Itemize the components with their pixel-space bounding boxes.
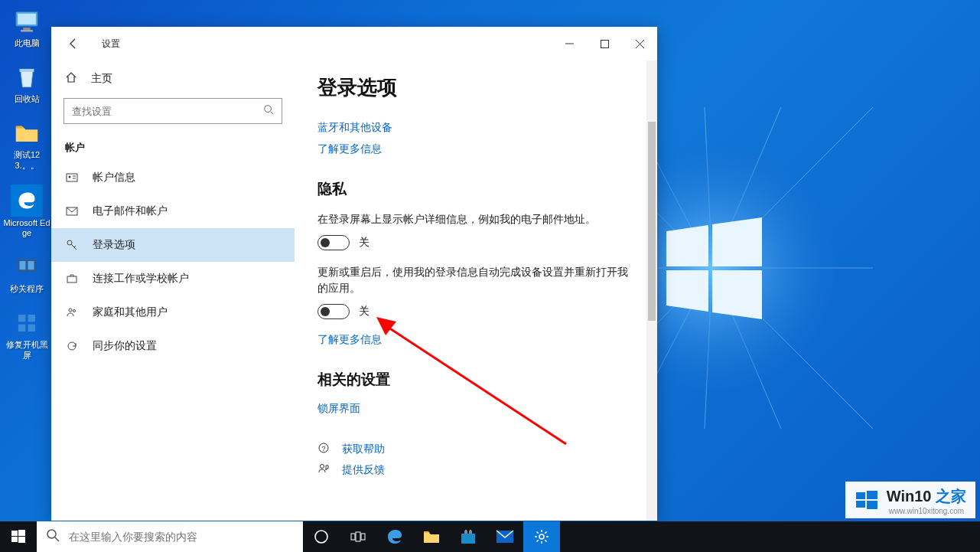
taskbar-search[interactable]	[37, 521, 303, 552]
nav-sync-settings[interactable]: 同步你的设置	[51, 329, 295, 363]
svg-text:?: ?	[321, 445, 325, 452]
edge-icon	[11, 185, 43, 217]
link-lockscreen[interactable]: 锁屏界面	[317, 402, 634, 416]
minimize-button[interactable]	[552, 31, 587, 56]
search-icon	[263, 104, 274, 118]
desktop-icon-repair[interactable]: 修复开机黑屏	[3, 308, 50, 360]
link-bluetooth[interactable]: 蓝牙和其他设备	[317, 121, 634, 135]
svg-point-61	[315, 531, 327, 543]
link-learn-more-1[interactable]: 了解更多信息	[317, 142, 634, 156]
cortana-button[interactable]	[303, 521, 340, 552]
toggle-use-signin-info[interactable]	[317, 304, 350, 319]
help-icon: ?	[317, 442, 331, 456]
svg-marker-14	[712, 217, 762, 266]
get-help-link[interactable]: ? 获取帮助	[317, 442, 634, 456]
svg-line-34	[271, 112, 274, 115]
nav-email-accounts[interactable]: 电子邮件和帐户	[51, 194, 295, 228]
feedback-icon	[317, 462, 331, 477]
svg-rect-62	[351, 534, 355, 540]
toggle-state-1: 关	[359, 236, 370, 250]
svg-rect-51	[856, 492, 865, 499]
home-link[interactable]: 主页	[51, 60, 295, 95]
privacy-desc-1: 在登录屏幕上显示帐户详细信息，例如我的电子邮件地址。	[317, 211, 634, 227]
privacy-heading: 隐私	[317, 179, 634, 199]
recycle-bin-icon	[11, 62, 42, 93]
svg-line-41	[71, 244, 77, 250]
desktop-icon-folder[interactable]: 测试123.。。	[3, 118, 50, 170]
svg-rect-27	[18, 325, 25, 332]
sidebar-section-label: 帐户	[51, 135, 295, 161]
search-icon	[46, 528, 60, 545]
taskbar-search-input[interactable]	[69, 531, 294, 543]
app-icon	[11, 308, 42, 338]
scrollbar[interactable]	[646, 60, 657, 521]
window-title: 设置	[102, 38, 120, 51]
svg-rect-58	[18, 537, 25, 543]
svg-rect-53	[856, 501, 865, 508]
svg-rect-30	[601, 40, 608, 47]
svg-point-44	[69, 309, 72, 312]
svg-rect-18	[18, 14, 36, 24]
svg-rect-23	[20, 261, 26, 269]
svg-rect-24	[28, 261, 34, 269]
nav-account-info[interactable]: 帐户信息	[51, 161, 295, 194]
svg-point-48	[321, 465, 324, 469]
svg-rect-56	[18, 530, 25, 536]
svg-line-74	[537, 540, 539, 541]
taskbar-store[interactable]	[450, 521, 487, 552]
nav-work-school[interactable]: 连接工作或学校帐户	[51, 262, 295, 296]
toggle-show-account-details[interactable]	[317, 235, 350, 250]
svg-point-33	[265, 106, 272, 113]
svg-marker-13	[666, 225, 708, 266]
taskbar-settings[interactable]	[523, 521, 560, 552]
svg-line-42	[74, 246, 76, 247]
maximize-button[interactable]	[587, 31, 622, 56]
desktop: 此电脑 回收站 测试123.。。 Microsoft Edge 秒关程序 修复开…	[0, 0, 54, 361]
watermark-logo-icon	[855, 488, 881, 514]
taskbar-explorer[interactable]	[413, 521, 450, 552]
back-button[interactable]	[62, 32, 85, 55]
svg-rect-25	[18, 315, 25, 322]
app-icon	[11, 252, 42, 283]
start-button[interactable]	[0, 521, 37, 552]
settings-window: 设置 主页 帐户 帐户信息 电子邮件和帐户	[51, 27, 657, 521]
svg-rect-55	[11, 531, 18, 536]
svg-rect-64	[361, 534, 365, 540]
mail-icon	[65, 204, 79, 218]
sidebar: 主页 帐户 帐户信息 电子邮件和帐户 登录选项 连接工作或学校帐户	[51, 60, 295, 521]
taskbar-edge[interactable]	[376, 521, 413, 552]
desktop-icon-shutdown[interactable]: 秒关程序	[3, 252, 50, 294]
svg-line-73	[545, 540, 546, 541]
link-learn-more-2[interactable]: 了解更多信息	[317, 333, 634, 347]
people-icon	[65, 305, 79, 319]
computer-icon	[11, 6, 42, 37]
svg-line-75	[545, 532, 546, 534]
content-pane: 登录选项 蓝牙和其他设备 了解更多信息 隐私 在登录屏幕上显示帐户详细信息，例如…	[295, 60, 657, 521]
search-box[interactable]	[63, 98, 282, 124]
privacy-desc-2: 更新或重启后，使用我的登录信息自动完成设备设置并重新打开我的应用。	[317, 264, 634, 296]
svg-rect-20	[21, 30, 33, 31]
nav-family-users[interactable]: 家庭和其他用户	[51, 296, 295, 329]
svg-rect-21	[20, 69, 34, 72]
svg-rect-52	[867, 491, 877, 499]
svg-rect-35	[67, 174, 77, 181]
search-input[interactable]	[72, 106, 263, 117]
svg-line-60	[55, 537, 59, 541]
titlebar: 设置	[51, 27, 657, 60]
desktop-icon-this-pc[interactable]: 此电脑	[3, 6, 50, 48]
nav-signin-options[interactable]: 登录选项	[51, 228, 295, 262]
watermark: Win10 之家 www.win10xitong.com	[845, 482, 975, 518]
give-feedback-link[interactable]: 提供反馈	[317, 462, 634, 477]
folder-icon	[11, 118, 42, 149]
desktop-icon-edge[interactable]: Microsoft Edge	[3, 185, 50, 238]
close-button[interactable]	[622, 31, 657, 56]
taskbar	[0, 521, 980, 552]
svg-rect-63	[356, 532, 360, 541]
taskbar-mail[interactable]	[487, 521, 523, 552]
person-card-icon	[65, 171, 79, 185]
taskview-button[interactable]	[340, 521, 376, 552]
desktop-icon-recycle-bin[interactable]: 回收站	[3, 62, 50, 104]
related-heading: 相关的设置	[317, 370, 634, 390]
svg-point-45	[73, 310, 76, 312]
briefcase-icon	[65, 272, 79, 286]
